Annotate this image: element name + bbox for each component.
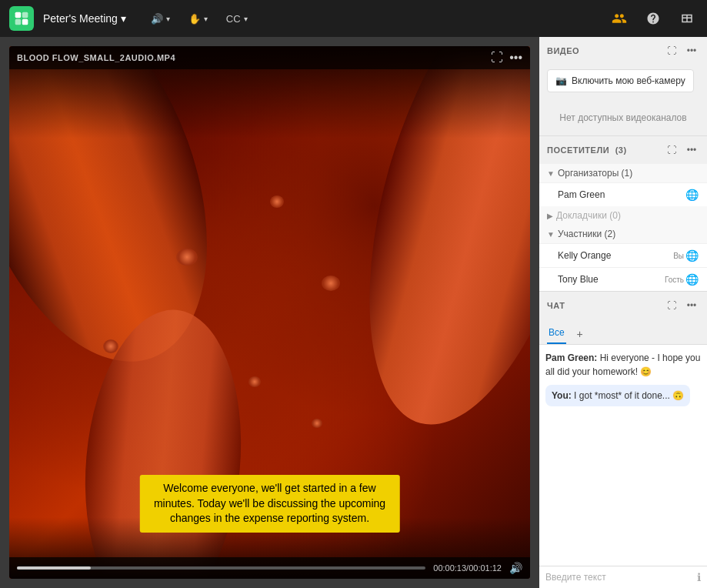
chat-msg-you: You: I got *most* of it done... 🙃: [545, 385, 701, 406]
video-content: Welcome everyone, we'll get started in a…: [9, 46, 530, 579]
hand-icon: ✋: [188, 13, 201, 25]
organizers-group-header[interactable]: ▼ Организаторы (1): [539, 164, 707, 182]
pam-sender: Pam Green:: [545, 352, 600, 363]
video-section-title: ВИДЕО: [547, 46, 579, 55]
tony-blue-web-icon[interactable]: 🌐: [684, 272, 699, 287]
audio-chevron: ▾: [166, 15, 170, 23]
panelists-chevron: ▶: [547, 212, 553, 220]
you-sender: You:: [552, 390, 574, 401]
help-icon-btn[interactable]: [642, 8, 664, 29]
attendees-section: ПОСЕТИТЕЛИ (3) ⛶ ••• ▼ Организаторы (1) …: [539, 136, 707, 292]
chat-section-icons: ⛶ •••: [664, 298, 699, 313]
volume-icon[interactable]: 🔊: [509, 562, 522, 574]
svg-rect-0: [15, 12, 22, 18]
video-section-icons: ⛶ •••: [664, 43, 699, 58]
meeting-title-chevron: ▾: [121, 12, 126, 25]
video-filename: BLOOD FLOW_SMALL_2AUDIO.MP4: [17, 53, 175, 62]
progress-fill: [17, 566, 91, 570]
chat-section-title: ЧАТ: [547, 301, 565, 310]
audio-button[interactable]: 🔊 ▾: [145, 10, 176, 28]
attendee-row-pam: Pam Green 🌐: [539, 182, 707, 206]
kelly-orange-name: Kelly Orange: [558, 250, 670, 261]
main-area: BLOOD FLOW_SMALL_2AUDIO.MP4 ⛶ •••: [0, 37, 707, 588]
participants-label: Участники (2): [558, 229, 615, 239]
nav-controls: 🔊 ▾ ✋ ▾ CC ▾: [145, 10, 609, 28]
participants-chevron: ▼: [547, 230, 555, 239]
attendees-expand[interactable]: ⛶: [664, 142, 679, 158]
no-video-text: Нет доступных видеоканалов: [539, 97, 707, 135]
chat-tabs: Все +: [539, 319, 707, 345]
more-options-icon[interactable]: •••: [509, 51, 522, 65]
cc-button[interactable]: CC ▾: [220, 10, 254, 28]
svg-rect-2: [15, 19, 22, 25]
video-controls-bar: 00:00:13/00:01:12 🔊: [9, 557, 530, 579]
layout-icon-btn[interactable]: [676, 8, 698, 29]
panelists-group-header[interactable]: ▶ Докладчики (0): [539, 206, 707, 225]
chat-section-header: ЧАТ ⛶ •••: [539, 292, 707, 319]
hand-button[interactable]: ✋ ▾: [182, 10, 214, 28]
expand-icon[interactable]: ⛶: [491, 51, 503, 65]
attendees-section-header: ПОСЕТИТЕЛИ (3) ⛶ •••: [539, 136, 707, 164]
chat-tab-add[interactable]: +: [572, 326, 588, 342]
attendee-row-tony: Tony Blue Гость 🌐: [539, 267, 707, 291]
cc-chevron: ▾: [244, 15, 248, 23]
top-nav: Peter's Meeting ▾ 🔊 ▾ ✋ ▾ CC ▾: [0, 0, 707, 37]
chat-expand[interactable]: ⛶: [664, 298, 679, 313]
kelly-orange-badge: Вы: [673, 252, 684, 260]
svg-rect-3: [22, 19, 28, 25]
video-section-expand[interactable]: ⛶: [664, 43, 679, 58]
svg-rect-1: [22, 12, 28, 18]
organizers-label: Организаторы (1): [558, 168, 632, 179]
chat-tab-all[interactable]: Все: [547, 324, 566, 344]
hand-chevron: ▾: [204, 15, 208, 23]
app-logo: [9, 6, 34, 31]
video-container: BLOOD FLOW_SMALL_2AUDIO.MP4 ⛶ •••: [9, 46, 530, 579]
tony-blue-badge: Гость: [665, 276, 684, 284]
cc-label: CC: [226, 13, 241, 25]
video-panel: BLOOD FLOW_SMALL_2AUDIO.MP4 ⛶ •••: [0, 37, 539, 588]
webcam-icon: 📷: [555, 75, 567, 86]
panelists-label: Докладчики (0): [556, 210, 621, 221]
chat-msg-pam: Pam Green: Hi everyone - I hope you all …: [545, 351, 701, 379]
right-panel: ВИДЕО ⛶ ••• 📷 Включить мою веб-камеру Не…: [539, 37, 707, 588]
participants-group-header[interactable]: ▼ Участники (2): [539, 225, 707, 243]
video-section-header: ВИДЕО ⛶ •••: [539, 37, 707, 65]
pam-green-web-icon[interactable]: 🌐: [684, 187, 699, 202]
time-display: 00:00:13/00:01:12: [433, 563, 502, 573]
video-title-icons: ⛶ •••: [491, 51, 522, 65]
tony-blue-name: Tony Blue: [558, 274, 662, 285]
video-section-more[interactable]: •••: [684, 43, 699, 58]
meeting-title[interactable]: Peter's Meeting ▾: [43, 12, 126, 25]
chat-input-area: ℹ: [539, 566, 707, 588]
chat-info-icon[interactable]: ℹ: [697, 571, 701, 583]
webcam-button[interactable]: 📷 Включить мою веб-камеру: [547, 69, 694, 92]
chat-messages: Pam Green: Hi everyone - I hope you all …: [539, 345, 707, 566]
attendee-row-kelly: Kelly Orange Вы 🌐: [539, 243, 707, 267]
organizers-chevron: ▼: [547, 169, 555, 178]
video-caption: Welcome everyone, we'll get started in a…: [139, 475, 400, 533]
progress-bar[interactable]: [17, 566, 425, 570]
speaker-icon: 🔊: [151, 13, 163, 25]
attendees-more[interactable]: •••: [684, 142, 699, 158]
video-section: ВИДЕО ⛶ ••• 📷 Включить мою веб-камеру Не…: [539, 37, 707, 136]
chat-section: ЧАТ ⛶ ••• Все + Pam Green: Hi everyone -…: [539, 292, 707, 588]
pam-green-name: Pam Green: [558, 189, 684, 200]
nav-right: [609, 8, 698, 29]
video-title-bar: BLOOD FLOW_SMALL_2AUDIO.MP4 ⛶ •••: [9, 46, 530, 69]
chat-input[interactable]: [545, 572, 692, 583]
attendees-title: ПОСЕТИТЕЛИ (3): [547, 145, 627, 155]
attendees-section-icons: ⛶ •••: [664, 142, 699, 158]
chat-more[interactable]: •••: [684, 298, 699, 313]
chat-bubble-you: You: I got *most* of it done... 🙃: [545, 385, 690, 406]
kelly-orange-web-icon[interactable]: 🌐: [684, 248, 699, 263]
attendee-icon-btn[interactable]: [609, 8, 630, 29]
